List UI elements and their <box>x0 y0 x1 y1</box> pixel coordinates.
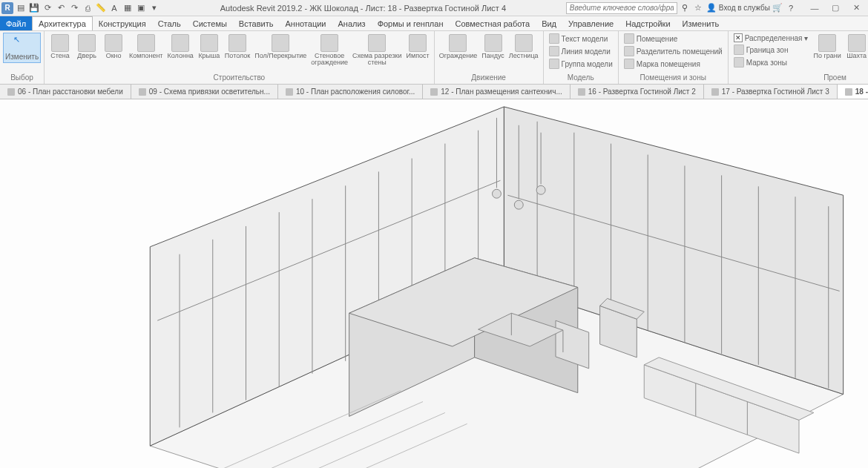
print-icon[interactable]: ⎙ <box>82 2 93 14</box>
user-icon[interactable]: 👤 <box>706 2 717 14</box>
build-tool-5[interactable]: Крыша <box>197 33 222 61</box>
menu-file[interactable]: Файл <box>0 16 32 30</box>
menu-systems[interactable]: Системы <box>187 16 233 30</box>
switch-windows-icon[interactable]: ▾ <box>148 2 160 14</box>
menu-collaborate[interactable]: Совместная работа <box>449 16 536 30</box>
room-separator-tool[interactable]: Разделитель помещений <box>622 45 725 57</box>
tool-icon <box>320 34 338 52</box>
view-tab-4[interactable]: 16 - Развертка Гостиной Лист 2 <box>571 85 704 99</box>
build-tool-9[interactable]: Схема разрезкистены <box>351 33 404 67</box>
thin-lines-icon[interactable]: ▦ <box>122 2 134 14</box>
build-tool-8[interactable]: Стеновоеограждение <box>309 33 349 67</box>
tool-icon <box>409 34 427 52</box>
build-tool-4[interactable]: Колонна <box>166 33 195 61</box>
movement-tool-2[interactable]: Лестница <box>507 33 540 61</box>
menu-massing[interactable]: Формы и генплан <box>372 16 450 30</box>
redo-icon[interactable]: ↷ <box>68 2 80 14</box>
view-tab-0[interactable]: 06 - План расстановки мебели <box>0 85 131 99</box>
shaft-tool[interactable]: Шахта <box>844 33 868 61</box>
ribbon-group-build: СтенаДверьОкноКомпонентКолоннаКрышаПотол… <box>45 31 435 84</box>
menu-view[interactable]: Вид <box>536 16 562 30</box>
content-area: 06 - План расстановки мебели09 - Схема п… <box>0 85 868 468</box>
close-button[interactable]: ✕ <box>846 1 867 15</box>
tool-icon <box>228 34 246 52</box>
save-icon[interactable]: 💾 <box>28 2 40 14</box>
build-tool-1[interactable]: Дверь <box>74 33 99 61</box>
tag-icon <box>624 59 634 69</box>
menu-architecture[interactable]: Архитектура <box>32 16 93 30</box>
area-tool[interactable]: Граница зон <box>731 44 811 56</box>
group-icon <box>549 59 559 69</box>
ribbon-group-model: Текст модели Линия модели Группа модели … <box>544 31 619 84</box>
tool-icon <box>78 34 96 52</box>
view-tab-2[interactable]: 10 - План расположения силовог... <box>278 85 423 99</box>
model-group-tool[interactable]: Группа модели <box>547 58 615 70</box>
shaft-icon <box>848 34 866 52</box>
ribbon-group-select: ↖ Изменить Выбор <box>0 31 45 84</box>
open-icon[interactable]: ▤ <box>15 2 27 14</box>
menu-steel[interactable]: Сталь <box>152 16 187 30</box>
movement-tool-1[interactable]: Пандус <box>480 33 506 61</box>
maximize-button[interactable]: ▢ <box>825 1 846 15</box>
view-tabs: 06 - План расстановки мебели09 - Схема п… <box>0 85 868 99</box>
quick-access-toolbar: R ▤ 💾 ⟳ ↶ ↷ ⎙ 📏 A ▦ ▣ ▾ <box>1 2 160 14</box>
tool-icon <box>200 34 218 52</box>
window-title: Autodesk Revit 2019.2 - ЖК Шоколад - Лис… <box>160 4 566 13</box>
build-tool-7[interactable]: Пол/Перекрытие <box>253 33 308 61</box>
login-label[interactable]: Вход в службы <box>719 4 770 12</box>
room-tag-tool[interactable]: Марка помещения <box>622 58 725 70</box>
distributed-dropdown[interactable]: ✕Распределенная ▾ <box>731 33 811 43</box>
communicate-icon[interactable]: ⚲ <box>679 2 691 14</box>
ribbon-group-movement: ОграждениеПандусЛестница Движение <box>435 31 544 84</box>
build-tool-3[interactable]: Компонент <box>128 33 164 61</box>
room-tool[interactable]: Помещение <box>622 33 725 45</box>
modify-tool[interactable]: ↖ Изменить <box>3 33 41 63</box>
tool-icon <box>51 34 69 52</box>
sync-icon[interactable]: ⟳ <box>42 2 53 14</box>
svg-point-43 <box>536 185 545 194</box>
drawing-canvas[interactable] <box>0 99 868 468</box>
area-tag-tool[interactable]: Марка зоны <box>731 56 811 68</box>
tool-icon <box>137 34 155 52</box>
build-tool-10[interactable]: Импост <box>405 33 431 61</box>
tool-icon <box>171 34 189 52</box>
tool-icon <box>449 34 467 52</box>
cursor-icon: ↖ <box>13 35 31 53</box>
text-icon[interactable]: A <box>108 2 120 14</box>
model-line-tool[interactable]: Линия модели <box>547 45 615 57</box>
help-icon[interactable]: ? <box>785 2 797 14</box>
ribbon-tabs: Файл Архитектура Конструкция Сталь Систе… <box>0 16 868 31</box>
minimize-button[interactable]: — <box>804 1 825 15</box>
measure-icon[interactable]: 📏 <box>95 2 107 14</box>
tool-icon <box>272 34 289 52</box>
svg-point-39 <box>492 189 501 198</box>
title-bar: R ▤ 💾 ⟳ ↶ ↷ ⎙ 📏 A ▦ ▣ ▾ Autodesk Revit 2… <box>0 0 868 16</box>
menu-manage[interactable]: Управление <box>562 16 619 30</box>
view-tab-5[interactable]: 17 - Развертка Гостиной Лист 3 <box>704 85 838 99</box>
build-tool-2[interactable]: Окно <box>101 33 126 61</box>
menu-structure[interactable]: Конструкция <box>93 16 152 30</box>
sheet-icon <box>286 88 293 96</box>
menu-insert[interactable]: Вставить <box>233 16 280 30</box>
app-logo[interactable]: R <box>1 2 13 14</box>
model-text-tool[interactable]: Текст модели <box>547 33 615 45</box>
exchange-icon[interactable]: 🛒 <box>772 2 783 14</box>
menu-modify[interactable]: Изменить <box>677 16 726 30</box>
face-icon <box>818 34 836 52</box>
build-tool-6[interactable]: Потолок <box>223 33 251 61</box>
menu-annotate[interactable]: Аннотации <box>280 16 332 30</box>
view-tab-3[interactable]: 12 - План размещения сантехнич... <box>423 85 570 99</box>
search-input[interactable] <box>566 2 677 14</box>
view-tab-1[interactable]: 09 - Схема привязки осветительн... <box>131 85 278 99</box>
movement-tool-0[interactable]: Ограждение <box>438 33 479 61</box>
tool-icon <box>515 34 533 52</box>
menu-analyze[interactable]: Анализ <box>332 16 371 30</box>
by-face-tool[interactable]: По грани <box>812 33 842 61</box>
undo-icon[interactable]: ↶ <box>55 2 67 14</box>
menu-addins[interactable]: Надстройки <box>619 16 676 30</box>
sheet-icon <box>7 88 15 96</box>
favorite-icon[interactable]: ☆ <box>692 2 704 14</box>
build-tool-0[interactable]: Стена <box>47 33 73 61</box>
close-views-icon[interactable]: ▣ <box>135 2 147 14</box>
view-tab-6[interactable]: 18 - Развертка Гостиной Лист 4× <box>838 85 868 99</box>
